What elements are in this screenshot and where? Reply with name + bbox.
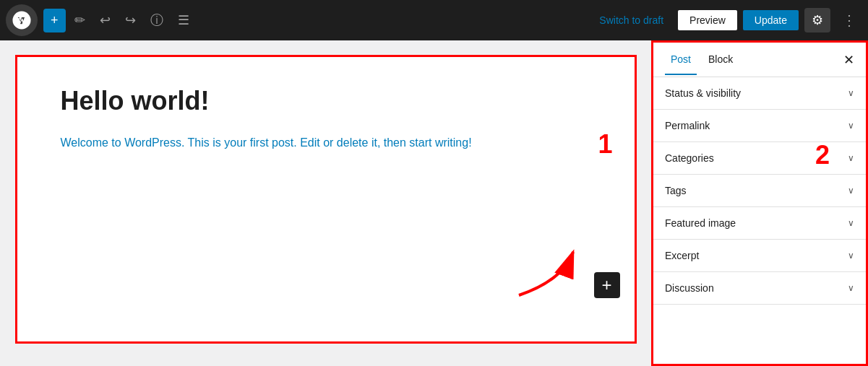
status-visibility-label: Status & visibility — [665, 87, 741, 99]
toolbar: W + ✏ ↩ ↪ ⓘ ☰ Switch to draft Preview Up… — [0, 0, 868, 40]
info-icon: ⓘ — [150, 12, 163, 29]
annotation-2: 2 — [815, 140, 830, 170]
chevron-down-icon: ∨ — [848, 250, 854, 261]
tab-block[interactable]: Block — [702, 45, 739, 75]
main-layout: Hello world! Welcome to WordPress. This … — [0, 40, 868, 366]
post-body-text[interactable]: Welcome to WordPress. This is your first… — [61, 136, 472, 149]
tags-label: Tags — [665, 185, 687, 196]
sidebar-section-featured-image[interactable]: Featured image ∨ — [653, 207, 866, 240]
editor-content: Hello world! Welcome to WordPress. This … — [15, 55, 637, 344]
redo-icon: ↪ — [125, 12, 136, 28]
edit-icon-button[interactable]: ✏ — [69, 8, 91, 32]
featured-image-label: Featured image — [665, 217, 736, 229]
sidebar-section-permalink[interactable]: Permalink ∨ — [653, 110, 866, 142]
chevron-down-icon: ∨ — [848, 88, 854, 98]
list-icon: ☰ — [178, 12, 189, 28]
sidebar-tabs: Post Block ✕ — [653, 43, 866, 77]
info-button[interactable]: ⓘ — [145, 7, 169, 33]
excerpt-label: Excerpt — [665, 250, 699, 261]
annotation-1: 1 — [598, 129, 612, 160]
post-title[interactable]: Hello world! — [61, 86, 591, 116]
sidebar-section-categories[interactable]: Categories ∨ — [653, 142, 866, 175]
sidebar-section-discussion[interactable]: Discussion ∨ — [653, 272, 866, 305]
list-view-button[interactable]: ☰ — [172, 8, 195, 32]
sidebar-section-status[interactable]: Status & visibility ∨ — [653, 77, 866, 110]
discussion-label: Discussion — [665, 282, 714, 294]
plus-icon: + — [601, 275, 611, 295]
sidebar-sections: Status & visibility ∨ Permalink ∨ Catego… — [653, 77, 866, 305]
chevron-down-icon: ∨ — [848, 186, 854, 196]
redo-button[interactable]: ↪ — [119, 8, 142, 32]
permalink-label: Permalink — [665, 120, 710, 131]
edit-icon: ✏ — [74, 12, 85, 28]
editor-area[interactable]: Hello world! Welcome to WordPress. This … — [0, 40, 651, 366]
add-block-toolbar-button[interactable]: + — [43, 9, 66, 32]
chevron-down-icon: ∨ — [848, 121, 854, 131]
sidebar-section-excerpt[interactable]: Excerpt ∨ — [653, 240, 866, 272]
preview-button[interactable]: Preview — [678, 10, 737, 30]
svg-text:W: W — [17, 16, 27, 26]
arrow-annotation — [504, 238, 591, 313]
settings-button[interactable]: ⚙ — [804, 8, 830, 32]
gear-icon: ⚙ — [812, 12, 823, 28]
undo-icon: ↩ — [100, 12, 111, 28]
more-options-button[interactable]: ⋮ — [836, 9, 862, 32]
sidebar-close-button[interactable]: ✕ — [843, 52, 854, 68]
categories-label: Categories — [665, 152, 714, 164]
add-block-button[interactable]: + — [594, 272, 620, 298]
toolbar-right-actions: Switch to draft Preview Update ⚙ ⋮ — [590, 8, 862, 32]
chevron-down-icon: ∨ — [848, 153, 854, 163]
sidebar-section-tags[interactable]: Tags ∨ — [653, 175, 866, 207]
chevron-down-icon: ∨ — [848, 283, 854, 293]
switch-to-draft-button[interactable]: Switch to draft — [590, 10, 672, 30]
close-icon: ✕ — [843, 53, 854, 67]
sidebar: 2 Post Block ✕ Status & visibility ∨ Per… — [651, 40, 868, 366]
undo-button[interactable]: ↩ — [94, 8, 116, 32]
chevron-down-icon: ∨ — [848, 218, 854, 228]
wp-logo[interactable]: W — [6, 4, 38, 36]
tab-post[interactable]: Post — [665, 45, 697, 75]
update-button[interactable]: Update — [743, 10, 799, 30]
more-icon: ⋮ — [842, 12, 856, 28]
post-body: Welcome to WordPress. This is your first… — [61, 134, 591, 152]
